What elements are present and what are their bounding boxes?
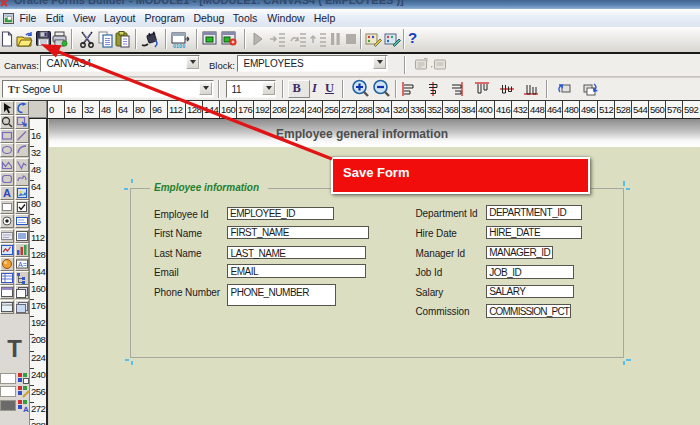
svg-text:0100: 0100	[173, 42, 185, 48]
svg-text:A: A	[3, 187, 11, 199]
svg-text:A=: A=	[18, 261, 27, 268]
svg-text:A: A	[23, 405, 29, 413]
